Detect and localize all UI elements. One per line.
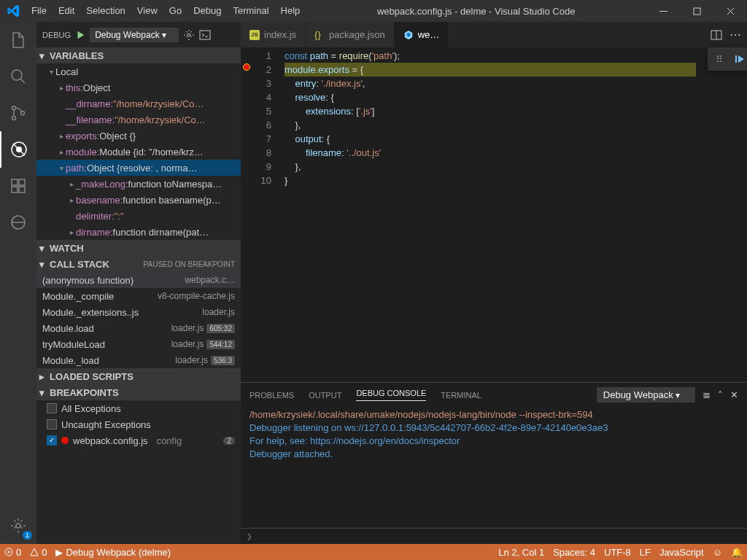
repl-input[interactable]: ❯ <box>241 528 747 544</box>
loaded-scripts-header[interactable]: ▸LOADED SCRIPTS <box>36 368 241 384</box>
status-encoding[interactable]: UTF-8 <box>600 547 635 558</box>
breakpoint-marker-icon[interactable] <box>243 63 250 71</box>
menu-terminal[interactable]: Terminal <box>227 0 274 22</box>
menu-debug[interactable]: Debug <box>187 0 227 22</box>
debug-console-output[interactable]: /home/krzysiek/.local/share/umake/nodejs… <box>241 407 747 528</box>
scm-icon[interactable] <box>0 95 36 131</box>
breakpoints-header[interactable]: ▾BREAKPOINTS <box>36 384 241 400</box>
menu-go[interactable]: Go <box>163 0 187 22</box>
menu-help[interactable]: Help <box>275 0 306 22</box>
window-title: webpack.config.js - delme - Visual Studi… <box>306 6 646 17</box>
svg-point-13 <box>16 524 20 528</box>
tab-output[interactable]: OUTPUT <box>309 391 341 400</box>
stack-frame[interactable]: Module.loadloader.js605:32 <box>36 320 241 336</box>
svg-point-2 <box>12 70 22 80</box>
variable-row[interactable]: ▸module: Module {id: "/home/krz… <box>36 144 241 160</box>
scope-local[interactable]: ▾Local <box>36 63 241 79</box>
drag-handle-icon[interactable]: ⠿ <box>710 50 729 69</box>
status-errors[interactable]: 0 <box>0 547 26 558</box>
extensions-icon[interactable] <box>0 168 36 204</box>
variable-row[interactable]: __dirname: "/home/krzysiek/Co… <box>36 96 241 112</box>
editor-area: JSindex.js {}package.json we… ⋯ ⠿ 1 2 3 <box>241 22 747 544</box>
menu-view[interactable]: View <box>131 0 163 22</box>
breakpoint-uncaught[interactable]: Uncaught Exceptions <box>36 416 241 432</box>
checkbox[interactable]: ✓ <box>47 435 57 446</box>
config-gear-icon[interactable] <box>183 29 195 41</box>
watch-header[interactable]: ▾WATCH <box>36 240 241 256</box>
feedback-icon[interactable]: ☺ <box>708 547 727 558</box>
maximize-button[interactable] <box>680 0 713 22</box>
start-debug-button[interactable] <box>75 30 85 40</box>
more-icon[interactable]: ⋯ <box>729 28 741 42</box>
stack-frame[interactable]: Module._loadloader.js536:3 <box>36 352 241 368</box>
menu-selection[interactable]: Selection <box>80 0 131 22</box>
breakpoint-all-exceptions[interactable]: All Exceptions <box>36 400 241 416</box>
collapse-panel-icon[interactable]: ˄ <box>718 389 723 400</box>
search-icon[interactable] <box>0 58 36 95</box>
explorer-icon[interactable] <box>0 22 36 58</box>
bottom-panel: PROBLEMS OUTPUT DEBUG CONSOLE TERMINAL D… <box>241 382 747 544</box>
status-spaces[interactable]: Spaces: 4 <box>549 547 600 558</box>
menu-edit[interactable]: Edit <box>53 0 80 22</box>
variable-row[interactable]: ▾path: Object {resolve: , norma… <box>36 160 241 176</box>
variable-row[interactable]: ▸dirname: function dirname(pat… <box>36 224 241 240</box>
status-warnings[interactable]: 0 <box>26 547 51 558</box>
stack-frame[interactable]: Module._extensions..jsloader.js <box>36 304 241 320</box>
tab-webpack-config[interactable]: we… <box>395 22 449 47</box>
debug-config-select[interactable]: Debug Webpack ▾ <box>90 28 179 42</box>
status-language[interactable]: JavaScript <box>655 547 708 558</box>
callstack-header[interactable]: ▾CALL STACKPAUSED ON BREAKPOINT <box>36 256 241 272</box>
variable-row[interactable]: __filename: "/home/krzysiek/Co… <box>36 112 241 128</box>
vscode-logo-icon <box>0 4 26 18</box>
live-share-icon[interactable] <box>0 204 36 241</box>
svg-rect-0 <box>659 11 667 12</box>
stack-frame[interactable]: Module._compilev8-compile-cache.js <box>36 288 241 304</box>
status-bar: 0 0 ▶ Debug Webpack (delme) Ln 2, Col 1 … <box>0 544 747 560</box>
menu-file[interactable]: File <box>26 0 53 22</box>
tab-terminal[interactable]: TERMINAL <box>441 391 481 400</box>
debug-console-icon[interactable] <box>199 29 211 41</box>
checkbox[interactable] <box>47 403 57 413</box>
minimize-button[interactable] <box>646 0 680 22</box>
svg-point-4 <box>12 117 16 120</box>
clear-console-icon[interactable]: ≣ <box>703 389 711 400</box>
js-icon: JS <box>249 30 260 40</box>
debug-icon[interactable] <box>0 131 36 168</box>
debug-toolbar[interactable]: ⠿ <box>708 47 747 71</box>
variable-row[interactable]: ▸exports: Object {} <box>36 128 241 144</box>
checkbox[interactable] <box>47 419 57 429</box>
variable-row[interactable]: delimiter: ":" <box>36 208 241 224</box>
variables-header[interactable]: ▾VARIABLES <box>36 47 241 63</box>
tab-index-js[interactable]: JSindex.js <box>241 22 306 47</box>
close-panel-icon[interactable]: ✕ <box>730 389 738 400</box>
tab-package-json[interactable]: {}package.json <box>306 22 395 47</box>
editor-tabs: JSindex.js {}package.json we… ⋯ <box>241 22 747 47</box>
svg-rect-1 <box>694 8 700 15</box>
breakpoint-file[interactable]: ✓webpack.config.jsconfig2 <box>36 432 241 448</box>
continue-button[interactable] <box>730 50 747 69</box>
variable-row[interactable]: ▸this: Object <box>36 79 241 96</box>
split-editor-icon[interactable] <box>711 29 722 41</box>
tab-debug-console[interactable]: DEBUG CONSOLE <box>356 389 426 401</box>
svg-rect-10 <box>19 187 25 192</box>
settings-gear-icon[interactable]: 1 <box>0 508 36 544</box>
status-debug[interactable]: ▶ Debug Webpack (delme) <box>51 547 175 558</box>
stack-frame[interactable]: tryModuleLoadloader.js544:12 <box>36 336 241 352</box>
window-controls <box>646 0 747 22</box>
status-eol[interactable]: LF <box>635 547 655 558</box>
line-gutter: 1 2 3 4 5 6 7 8 9 10 <box>241 47 285 382</box>
notifications-icon[interactable]: 🔔 <box>727 547 747 558</box>
code-content[interactable]: const path = require('path'); module.exp… <box>285 47 696 382</box>
variable-row[interactable]: ▸_makeLong: function toNamespa… <box>36 176 241 192</box>
json-icon: {} <box>314 30 325 40</box>
code-editor[interactable]: 1 2 3 4 5 6 7 8 9 10 const path = requir… <box>241 47 747 382</box>
svg-rect-11 <box>19 179 25 185</box>
minimap[interactable] <box>696 47 747 382</box>
tab-problems[interactable]: PROBLEMS <box>249 391 294 400</box>
status-cursor[interactable]: Ln 2, Col 1 <box>494 547 549 558</box>
debug-label: DEBUG <box>42 31 71 39</box>
variable-row[interactable]: ▸basename: function basename(p… <box>36 192 241 208</box>
panel-selector[interactable]: Debug Webpack ▾ <box>597 387 695 402</box>
stack-frame[interactable]: (anonymous function)webpack.c… <box>36 272 241 288</box>
close-button[interactable] <box>713 0 747 22</box>
